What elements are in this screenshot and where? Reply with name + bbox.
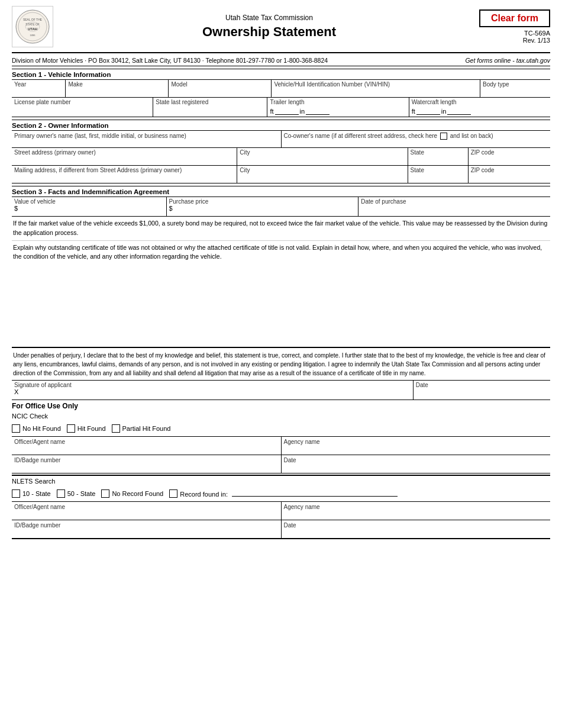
get-forms-info: Get forms online - tax.utah.gov [465, 57, 550, 64]
mailing-address-row: Mailing address, if different from Stree… [12, 166, 550, 183]
hit-found-checkbox[interactable] [67, 424, 75, 433]
header-right: Clear form TC-569A Rev. 1/13 [479, 9, 550, 44]
partial-hit-checkbox[interactable] [112, 424, 120, 433]
model-value[interactable] [171, 88, 269, 96]
state-registered-value[interactable] [156, 105, 264, 114]
no-hit-label: No Hit Found [22, 425, 61, 432]
vin-label: Vehicle/Hull Identification Number (VIN/… [274, 81, 477, 88]
state-value[interactable] [411, 156, 466, 164]
record-found-item: Record found in: [169, 489, 398, 498]
division-info: Division of Motor Vehicles · PO Box 3041… [12, 57, 328, 64]
record-found-value[interactable] [232, 489, 398, 497]
officer-name2-label: Officer/Agent name [14, 504, 65, 510]
watercraft-ft-label: ft [412, 108, 415, 115]
state-registered-cell: State last registered [153, 98, 267, 117]
state2-cell: State [408, 166, 469, 183]
body-type-value[interactable] [483, 88, 548, 96]
zip2-label: ZIP code [471, 167, 548, 173]
street-address-label: Street address (primary owner) [14, 149, 234, 156]
street-address-value[interactable] [14, 156, 234, 164]
co-owner-checkbox[interactable] [440, 133, 447, 140]
partial-hit-item: Partial Hit Found [112, 424, 171, 433]
50-state-checkbox[interactable] [57, 489, 65, 498]
partial-hit-label: Partial Hit Found [122, 425, 171, 432]
make-value[interactable] [68, 88, 166, 96]
city2-cell: City [237, 166, 408, 183]
street-address-cell: Street address (primary owner) [12, 148, 237, 165]
city-value[interactable] [240, 156, 405, 164]
section3-title: Section 3 - Facts and Indemnification Ag… [12, 186, 550, 195]
record-found-checkbox[interactable] [169, 489, 177, 498]
city2-value[interactable] [240, 173, 405, 182]
no-hit-item: No Hit Found [12, 424, 61, 433]
sig-label: Signature of applicant [14, 382, 411, 388]
record-found-label: Record found in: [180, 489, 398, 498]
office-use-header: For Office Use Only [12, 400, 550, 411]
zip-label: ZIP code [471, 149, 548, 156]
co-owner-label: Co-owner's name (if at different street … [284, 133, 493, 139]
clear-form-button[interactable]: Clear form [479, 9, 550, 27]
dollar2: $ [169, 205, 356, 213]
trailer-length-label: Trailer length [270, 99, 406, 105]
year-label: Year [14, 81, 63, 88]
no-record-checkbox[interactable] [101, 489, 109, 498]
sig-date-value[interactable] [416, 388, 548, 397]
zip-cell: ZIP code [469, 148, 550, 165]
zip2-cell: ZIP code [469, 166, 550, 183]
license-plate-value[interactable] [14, 105, 150, 114]
explain-label: Explain why outstanding certificate of t… [13, 244, 542, 260]
agency-name-label: Agency name [284, 439, 320, 445]
ncic-check-label: NCIC Check [12, 411, 550, 421]
zip2-value[interactable] [471, 173, 548, 182]
state2-value[interactable] [411, 173, 466, 182]
license-plate-cell: License plate number [12, 98, 153, 117]
officer-row1: Officer/Agent name Agency name [12, 437, 550, 455]
date-cell1: Date [282, 455, 551, 473]
mailing-address-value[interactable] [14, 173, 234, 182]
nlets-label: NLETS Search [12, 476, 550, 486]
watercraft-length-label: Watercraft length [412, 99, 548, 105]
id-badge-row1: ID/Badge number Date [12, 455, 550, 473]
form-title: Ownership Statement [59, 24, 479, 40]
trailer-in-value[interactable] [306, 107, 330, 115]
agency-name2-label: Agency name [284, 504, 320, 510]
explain-block: Explain why outstanding certificate of t… [12, 241, 550, 347]
watercraft-length-cell: Watercraft length ft in [409, 98, 550, 117]
vin-value[interactable] [274, 88, 477, 96]
model-cell: Model [169, 80, 272, 97]
id-badge-cell: ID/Badge number [12, 455, 282, 473]
trailer-in-label: in [300, 108, 305, 115]
50-state-item: 50 - State [57, 489, 96, 498]
section1-title: Section 1 - Vehicle Information [12, 69, 550, 78]
value-row: Value of vehicle $ Purchase price $ Date… [12, 197, 550, 217]
no-record-item: No Record Found [101, 489, 163, 498]
10-state-checkbox[interactable] [12, 489, 20, 498]
city-label: City [240, 149, 405, 156]
date-purchase-value[interactable] [361, 205, 548, 213]
mailing-address-label: Mailing address, if different from Stree… [14, 167, 234, 173]
trailer-ft-value[interactable] [275, 107, 299, 115]
sig-x[interactable]: X [14, 388, 411, 397]
10-state-label: 10 - State [22, 490, 51, 497]
vehicle-value-cell: Value of vehicle $ [12, 197, 167, 216]
id-badge-label: ID/Badge number [14, 457, 60, 463]
street-address-row: Street address (primary owner) City Stat… [12, 148, 550, 166]
ncic-checkbox-row: No Hit Found Hit Found Partial Hit Found [12, 421, 550, 437]
watercraft-ft-value[interactable] [416, 107, 440, 115]
year-value[interactable] [14, 88, 63, 96]
10-state-item: 10 - State [12, 489, 51, 498]
officer-name-label: Officer/Agent name [14, 439, 65, 445]
value-label: Value of vehicle [14, 198, 164, 205]
trailer-length-cell: Trailer length ft in [267, 98, 409, 117]
zip-value[interactable] [471, 156, 548, 164]
primary-owner-label: Primary owner's name (last, first, middl… [14, 133, 186, 139]
nlets-section: NLETS Search 10 - State 50 - State No Re… [12, 475, 550, 539]
state-cell: State [408, 148, 469, 165]
no-record-label: No Record Found [112, 490, 163, 497]
purchase-price-cell: Purchase price $ [167, 197, 359, 216]
date-label2: Date [284, 522, 296, 529]
svg-text:SEAL OF THE: SEAL OF THE [23, 18, 43, 21]
watercraft-in-value[interactable] [447, 107, 471, 115]
50-state-label: 50 - State [67, 490, 96, 497]
no-hit-checkbox[interactable] [12, 424, 20, 433]
